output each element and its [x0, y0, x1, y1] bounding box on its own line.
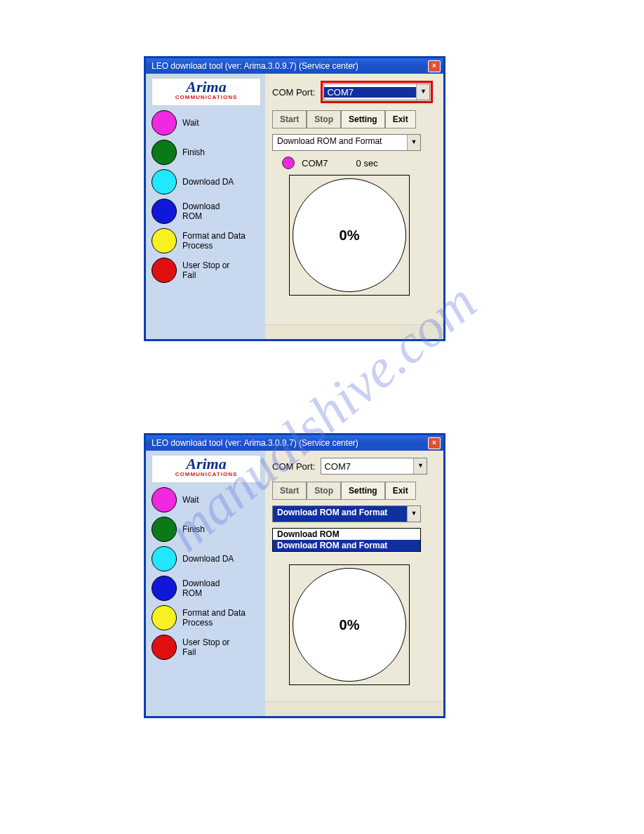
dot-icon	[152, 228, 177, 253]
legend-label: Download DA	[182, 177, 239, 187]
legend-wait: Wait	[152, 487, 261, 512]
app-window-1: LEO download tool (ver: Arima.3.0.9.7) (…	[144, 56, 445, 341]
window-title: LEO download tool (ver: Arima.3.0.9.7) (…	[152, 61, 358, 71]
mode-value: Download ROM and Format	[273, 506, 407, 522]
legend-fail: User Stop or Fail	[152, 635, 261, 660]
com-port-highlight: COM7 ▼	[321, 81, 433, 103]
legend-label: Download ROM	[182, 201, 239, 221]
chevron-down-icon[interactable]: ▼	[413, 458, 427, 474]
chevron-down-icon[interactable]: ▼	[416, 84, 429, 100]
window-title: LEO download tool (ver: Arima.3.0.9.7) (…	[152, 438, 358, 448]
legend-finish: Finish	[152, 140, 261, 165]
exit-button[interactable]: Exit	[385, 482, 416, 500]
com-port-label: COM Port:	[272, 461, 315, 472]
dot-icon	[152, 487, 177, 512]
legend-label: Finish	[182, 147, 205, 157]
com-port-select[interactable]: COM7 ▼	[323, 84, 430, 100]
mode-select[interactable]: Download ROM and Format ▼	[272, 505, 421, 522]
stop-button[interactable]: Stop	[307, 482, 341, 500]
dot-icon	[152, 169, 177, 194]
chevron-down-icon[interactable]: ▼	[407, 506, 420, 522]
legend-format: Format and Data Process	[152, 605, 261, 630]
mode-option-download-rom-format[interactable]: Download ROM and Format	[273, 540, 420, 551]
dot-icon	[152, 258, 177, 283]
com-port-label: COM Port:	[272, 87, 315, 98]
close-icon[interactable]: ×	[428, 437, 441, 449]
dot-icon	[152, 517, 177, 542]
toolbar: Start Stop Setting Exit	[272, 482, 436, 500]
com-port-select[interactable]: COM7 ▼	[321, 458, 427, 475]
mode-select[interactable]: Download ROM and Format ▼	[272, 134, 421, 151]
dot-icon	[152, 576, 177, 601]
legend-format: Format and Data Process	[152, 228, 261, 253]
setting-button[interactable]: Setting	[341, 110, 385, 128]
mode-value: Download ROM and Format	[273, 135, 407, 150]
progress-frame: 0%	[289, 175, 410, 296]
close-icon[interactable]: ×	[428, 60, 441, 72]
legend-download-rom: Download ROM	[152, 199, 261, 224]
mode-option-download-rom[interactable]: Download ROM	[273, 529, 420, 540]
logo-subtext: COMMUNICATIONS	[152, 471, 260, 477]
progress-text: 0%	[340, 227, 360, 244]
status-bar	[265, 701, 443, 716]
main-panel: COM Port: COM7 ▼ Start Stop Setting Exit…	[265, 451, 443, 716]
legend-wait: Wait	[152, 110, 261, 135]
com-port-value: COM7	[321, 461, 413, 472]
titlebar: LEO download tool (ver: Arima.3.0.9.7) (…	[146, 435, 443, 451]
dot-icon	[152, 140, 177, 165]
dot-icon	[152, 110, 177, 135]
progress-circle: 0%	[293, 178, 406, 292]
legend-download-da: Download DA	[152, 169, 261, 194]
dot-icon	[152, 199, 177, 224]
titlebar: LEO download tool (ver: Arima.3.0.9.7) (…	[146, 58, 443, 74]
legend-download-rom: Download ROM	[152, 576, 261, 601]
legend-fail: User Stop or Fail	[152, 258, 261, 283]
toolbar: Start Stop Setting Exit	[272, 110, 436, 128]
status-row: COM7 0 sec	[282, 157, 436, 169]
logo-subtext: COMMUNICATIONS	[152, 94, 260, 100]
sidebar: Arima COMMUNICATIONS Wait Finish Downloa…	[146, 74, 265, 339]
status-time: 0 sec	[356, 158, 378, 168]
legend-label: Download DA	[182, 554, 239, 564]
stop-button[interactable]: Stop	[307, 110, 341, 128]
logo-brand: Arima	[152, 80, 260, 94]
start-button[interactable]: Start	[272, 482, 307, 500]
progress-text: 0%	[340, 617, 360, 633]
status-dot-icon	[282, 157, 295, 169]
exit-button[interactable]: Exit	[385, 110, 416, 128]
logo-brand: Arima	[152, 457, 260, 471]
chevron-down-icon[interactable]: ▼	[407, 135, 420, 150]
main-panel: COM Port: COM7 ▼ Start Stop Setting Exit…	[265, 74, 443, 339]
status-bar	[265, 324, 443, 339]
status-port: COM7	[302, 158, 328, 168]
app-window-2: LEO download tool (ver: Arima.3.0.9.7) (…	[144, 433, 445, 718]
legend-label: Format and Data Process	[182, 231, 253, 251]
logo: Arima COMMUNICATIONS	[152, 455, 261, 483]
legend-label: Finish	[182, 524, 205, 534]
legend-label: Download ROM	[182, 578, 239, 598]
logo: Arima COMMUNICATIONS	[152, 78, 261, 106]
legend-label: Format and Data Process	[182, 608, 253, 628]
sidebar: Arima COMMUNICATIONS Wait Finish Downloa…	[146, 451, 265, 716]
dot-icon	[152, 635, 177, 660]
legend-label: User Stop or Fail	[182, 260, 246, 280]
com-port-value: COM7	[324, 87, 416, 98]
legend-label: User Stop or Fail	[182, 637, 246, 657]
legend-download-da: Download DA	[152, 546, 261, 571]
dot-icon	[152, 546, 177, 571]
progress-frame: 0%	[289, 564, 410, 685]
setting-button[interactable]: Setting	[341, 482, 385, 500]
legend-finish: Finish	[152, 517, 261, 542]
legend-label: Wait	[182, 495, 199, 505]
legend-label: Wait	[182, 118, 199, 128]
progress-circle: 0%	[293, 568, 406, 682]
dot-icon	[152, 605, 177, 630]
mode-dropdown-list[interactable]: Download ROM Download ROM and Format	[272, 528, 421, 552]
start-button[interactable]: Start	[272, 110, 307, 128]
